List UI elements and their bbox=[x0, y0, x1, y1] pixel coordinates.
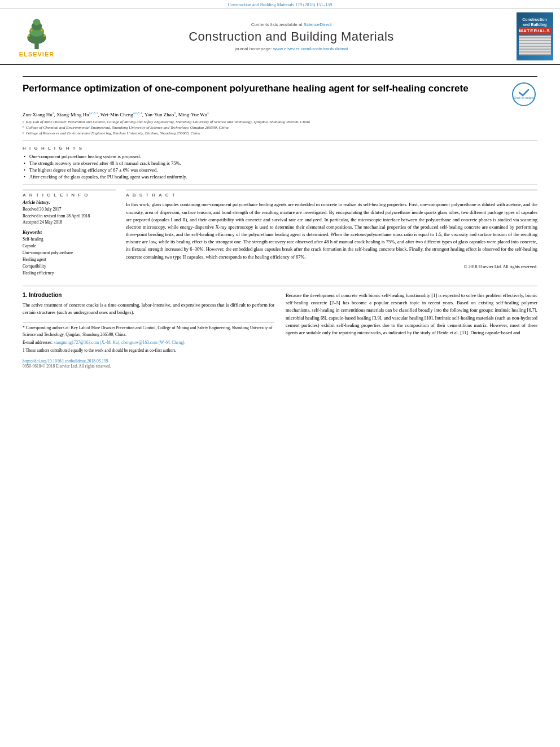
abstract-text: In this work, glass capsules containing … bbox=[126, 201, 537, 260]
elsevier-tree-icon bbox=[14, 16, 59, 50]
email-note: E-mail addresses: xiangming1727@163.com … bbox=[23, 339, 274, 346]
highlight-item-1: One-component polyurethane healing syste… bbox=[23, 153, 537, 160]
journal-header: ELSEVIER Contents lists available at Sci… bbox=[0, 9, 560, 65]
doi-link[interactable]: https://doi.org/10.1016/j.conbuildmat.20… bbox=[23, 359, 108, 364]
intro-right: Because the development of concrete with… bbox=[286, 292, 537, 369]
cover-image-stripes bbox=[519, 36, 551, 55]
highlights-list: One-component polyurethane healing syste… bbox=[23, 153, 537, 180]
check-icon bbox=[518, 89, 530, 97]
svg-point-4 bbox=[33, 19, 41, 25]
journal-cover: Constructionand Building MATERIALS bbox=[515, 12, 554, 60]
elsevier-logo-box: ELSEVIER bbox=[14, 16, 59, 58]
keyword-3: One-component polyurethane bbox=[23, 250, 116, 256]
keyword-2: Capsule bbox=[23, 243, 116, 250]
article-info-section: A R T I C L E I N F O Article history: R… bbox=[23, 190, 116, 277]
main-content: Performance optimization of one-componen… bbox=[0, 65, 560, 374]
intro-left: 1. Introduction The active treatment of … bbox=[23, 292, 274, 369]
check-updates-badge: Check for updates bbox=[512, 82, 537, 108]
affiliations: a Key Lab of Mine Disaster Prevention an… bbox=[23, 120, 537, 136]
issn-line: 0950-0618/© 2018 Elsevier Ltd. All right… bbox=[23, 364, 274, 369]
footnotes: * Corresponding authors at: Key Lab of M… bbox=[23, 322, 274, 354]
check-badge-circle: Check for updates bbox=[512, 82, 536, 106]
check-badge-label: Check for updates bbox=[514, 97, 535, 100]
intro-number: 1. bbox=[23, 292, 27, 298]
article-info-col: A R T I C L E I N F O Article history: R… bbox=[23, 190, 116, 277]
received-line: Received 30 July 2017 bbox=[23, 206, 116, 212]
sciencedirect-line: Contents lists available at ScienceDirec… bbox=[251, 22, 331, 27]
revised-line: Received in revised form 28 April 2018 bbox=[23, 213, 116, 219]
equal-contribution-note: 1 These authors contributed equally to t… bbox=[23, 347, 274, 354]
intro-title: 1. Introduction bbox=[23, 292, 274, 298]
affil-a: a Key Lab of Mine Disaster Prevention an… bbox=[23, 120, 537, 125]
keywords-section: Keywords: Self-healing Capsule One-compo… bbox=[23, 230, 116, 277]
article-history-title: Article history: bbox=[23, 200, 116, 205]
svg-point-8 bbox=[41, 29, 43, 32]
author-weimin: Wei-Min Cheng bbox=[100, 112, 133, 117]
cover-title: Constructionand Building bbox=[522, 18, 547, 27]
article-info-abstract: A R T I C L E I N F O Article history: R… bbox=[23, 190, 537, 277]
page-wrapper: Construction and Building Materials 179 … bbox=[0, 0, 560, 747]
keyword-5: Compatibility bbox=[23, 263, 116, 270]
copyright-line: © 2018 Elsevier Ltd. All rights reserved… bbox=[126, 264, 537, 269]
email-links[interactable]: xiangming1727@163.com (X.-M. Hu), chengn… bbox=[54, 340, 185, 345]
author-xiangming: Xiang-Ming Hu bbox=[56, 112, 89, 117]
svg-point-7 bbox=[30, 29, 33, 32]
keyword-6: Healing efficiency bbox=[23, 270, 116, 277]
corresponding-note: * Corresponding authors at: Key Lab of M… bbox=[23, 325, 274, 338]
svg-point-5 bbox=[28, 34, 30, 37]
highlight-item-4: After cracking of the glass capsules, th… bbox=[23, 173, 537, 180]
author-zunxiang: Zun-Xiang Hu bbox=[23, 112, 53, 117]
svg-point-6 bbox=[43, 34, 46, 37]
affil-c: c College of Resources and Environmental… bbox=[23, 131, 537, 137]
abstract-label: A B S T R A C T bbox=[126, 193, 537, 198]
article-title: Performance optimization of one-componen… bbox=[23, 82, 485, 95]
intro-title-text: Introduction bbox=[29, 292, 62, 298]
article-title-section: Performance optimization of one-componen… bbox=[23, 76, 537, 108]
highlights-section: H I G H L I G H T S One-component polyur… bbox=[23, 146, 537, 180]
doi-section: https://doi.org/10.1016/j.conbuildmat.20… bbox=[23, 359, 274, 364]
divider-after-highlights bbox=[23, 185, 537, 185]
cover-materials-bar: MATERIALS bbox=[519, 27, 551, 34]
top-bar-citation: Construction and Building Materials 179 … bbox=[228, 2, 332, 7]
keywords-title: Keywords: bbox=[23, 230, 116, 235]
introduction-section: 1. Introduction The active treatment of … bbox=[23, 286, 537, 369]
journal-homepage: journal homepage: www.elsevier.com/locat… bbox=[234, 46, 348, 51]
highlights-label: H I G H L I G H T S bbox=[23, 146, 537, 151]
author-mingyue: Ming-Yue Wu bbox=[178, 112, 207, 117]
affil-b: b College of Chemical and Environmental … bbox=[23, 125, 537, 131]
authors-line: Zun-Xiang Hua, Xiang-Ming Hua,c,*,1, Wei… bbox=[23, 111, 537, 117]
divider-after-affiliations bbox=[23, 141, 537, 141]
journal-main-title: Construction and Building Materials bbox=[189, 29, 394, 44]
elsevier-brand-text: ELSEVIER bbox=[19, 51, 54, 58]
abstract-section: A B S T R A C T In this work, glass caps… bbox=[126, 190, 537, 269]
keyword-1: Self-healing bbox=[23, 236, 116, 243]
keyword-4: Healing agent bbox=[23, 256, 116, 263]
author-yanyun: Yan-Yun Zhao bbox=[145, 112, 174, 117]
article-info-label: A R T I C L E I N F O bbox=[23, 193, 116, 198]
highlight-item-3: The highest degree of healing efficiency… bbox=[23, 167, 537, 173]
journal-cover-box: Constructionand Building MATERIALS bbox=[517, 12, 553, 60]
sciencedirect-link[interactable]: ScienceDirect bbox=[304, 22, 331, 27]
intro-body-left: The active treatment of concrete cracks … bbox=[23, 302, 274, 316]
highlight-item-2: The strength recovery rate observed afte… bbox=[23, 160, 537, 167]
intro-body-right: Because the development of concrete with… bbox=[286, 292, 537, 337]
journal-header-center: Contents lists available at ScienceDirec… bbox=[73, 12, 509, 60]
homepage-url[interactable]: www.elsevier.com/locate/conbuildmat bbox=[273, 46, 348, 51]
abstract-col: A B S T R A C T In this work, glass caps… bbox=[126, 190, 537, 277]
elsevier-logo-section: ELSEVIER bbox=[6, 12, 68, 60]
accepted-line: Accepted 24 May 2018 bbox=[23, 219, 116, 225]
journal-top-bar: Construction and Building Materials 179 … bbox=[0, 0, 560, 9]
